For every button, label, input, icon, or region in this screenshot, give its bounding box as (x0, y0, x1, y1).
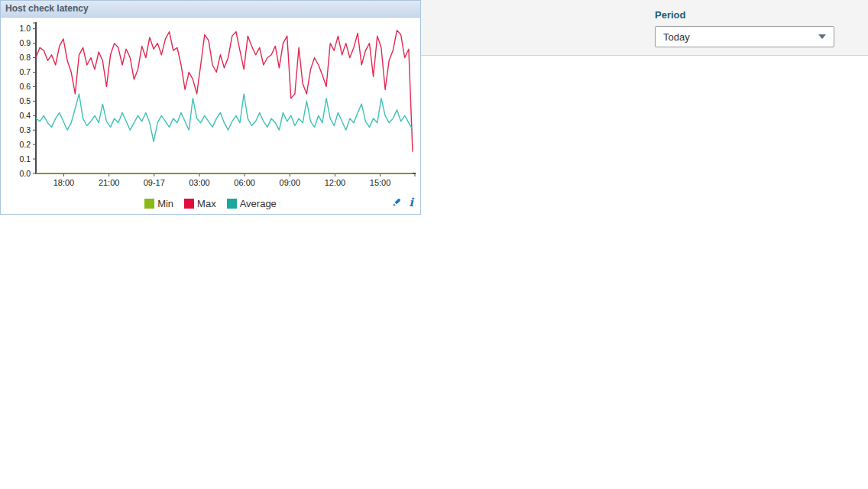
edit-pencil-icon[interactable] (391, 197, 402, 208)
period-filter: Period Today (655, 9, 834, 47)
series-Max (36, 31, 413, 152)
svg-text:0.4: 0.4 (19, 111, 31, 120)
svg-text:09-17: 09-17 (144, 178, 165, 187)
chart-title: Host check latency (1, 1, 420, 18)
legend-label: Max (197, 198, 216, 209)
chart-legend: MinMaxAverage i (1, 193, 420, 214)
series-Average (36, 94, 413, 141)
info-icon[interactable]: i (409, 197, 413, 208)
svg-text:0.5: 0.5 (19, 96, 31, 105)
svg-text:18:00: 18:00 (53, 178, 75, 187)
legend-item: Average (227, 198, 277, 209)
svg-text:0.7: 0.7 (19, 67, 31, 76)
legend-swatch (227, 199, 237, 209)
chevron-down-icon (818, 34, 826, 39)
svg-text:09:00: 09:00 (280, 178, 301, 187)
legend-label: Average (240, 198, 277, 209)
svg-text:0.8: 0.8 (19, 53, 31, 62)
svg-text:0.6: 0.6 (19, 82, 31, 91)
svg-text:0.1: 0.1 (19, 154, 31, 164)
svg-text:06:00: 06:00 (234, 178, 255, 187)
svg-text:0.3: 0.3 (19, 125, 31, 134)
legend-item: Min (144, 198, 173, 209)
svg-text:0.0: 0.0 (19, 169, 31, 178)
svg-text:0.2: 0.2 (19, 140, 31, 149)
period-select-value: Today (663, 31, 690, 43)
legend-swatch (144, 199, 154, 209)
chart-actions: i (391, 197, 413, 208)
period-label: Period (655, 9, 834, 21)
svg-text:03:00: 03:00 (189, 178, 210, 187)
legend-swatch (184, 199, 194, 209)
svg-text:21:00: 21:00 (99, 178, 120, 187)
legend-label: Min (157, 198, 173, 209)
chart-canvas: 0.00.10.20.30.40.50.60.70.80.91.018:0021… (1, 18, 420, 190)
svg-text:0.9: 0.9 (19, 38, 31, 47)
svg-text:1.0: 1.0 (19, 24, 31, 33)
chart-panel-host-check-latency: Host check latency 0.00.10.20.30.40.50.6… (0, 0, 421, 215)
legend-item: Max (184, 198, 216, 209)
period-select[interactable]: Today (655, 26, 834, 47)
svg-text:12:00: 12:00 (325, 178, 346, 187)
svg-text:15:00: 15:00 (370, 178, 391, 187)
